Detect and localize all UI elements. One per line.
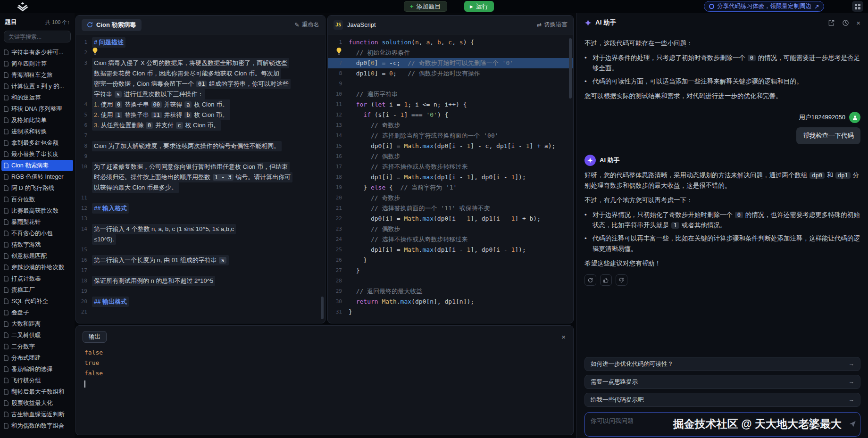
- line-number: [76, 182, 92, 193]
- document-icon: [4, 129, 8, 134]
- sidebar-item[interactable]: 阿 D 的飞行路线: [0, 182, 75, 194]
- sidebar-item[interactable]: 飞行棋分组: [0, 375, 75, 386]
- ai-conversation: 不过，这段代码可能存在一些小问题：•对于边界条件的处理，只考虑了初始时奇数步删除…: [584, 34, 860, 352]
- search-input[interactable]: [4, 31, 71, 42]
- new-chat-icon[interactable]: [828, 19, 835, 26]
- problem-line: 7: [76, 131, 325, 141]
- juejin-logo[interactable]: [17, 2, 28, 13]
- code-line-text: // 选择不操作或从奇数步转移过来: [349, 162, 467, 172]
- scrollbar-thumb[interactable]: [321, 297, 324, 319]
- ai-name: AI 助手: [600, 155, 620, 165]
- sidebar-item[interactable]: 二分数字: [0, 341, 75, 352]
- line-number: 9: [328, 79, 349, 89]
- problem-line: 20## 输出格式: [76, 297, 325, 307]
- line-number: 14: [328, 131, 349, 141]
- problem-sidebar: 题目 共 100 个 ↑ 字符串有多少种可...简单四则计算青海湖租车之旅计算位…: [0, 13, 75, 438]
- document-icon: [4, 140, 8, 146]
- sidebar-item[interactable]: 环状 DNA 序列整理: [0, 103, 75, 115]
- sidebar-item[interactable]: 最小替换子串长度: [0, 149, 75, 160]
- close-icon[interactable]: ×: [856, 19, 860, 27]
- problem-title-pill[interactable]: Cion 勒索病毒: [82, 19, 142, 31]
- sidebar-item[interactable]: RGB 色值转 Integer: [0, 171, 75, 182]
- problem-line-text: Cion 为了加大解锁难度，要求连续两次操作的编号奇偶性不能相同。: [92, 141, 282, 151]
- thumbs-up-icon[interactable]: [600, 274, 612, 286]
- sidebar-item[interactable]: 二叉树供暖: [0, 330, 75, 341]
- sidebar-item[interactable]: 和的逆运算: [0, 92, 75, 103]
- sidebar-item[interactable]: 番茄编辑的选择: [0, 364, 75, 375]
- user-message-bubble: 帮我检查一下代码: [796, 127, 860, 144]
- problem-line-text: # 问题描述: [92, 37, 125, 48]
- hint-bulb-icon[interactable]: [92, 48, 98, 55]
- sidebar-item[interactable]: 计算位置 x 到 y 的...: [0, 81, 75, 92]
- suggested-question[interactable]: 如何进一步优化代码的可读性？→: [584, 357, 860, 371]
- sidebar-item[interactable]: 穿越沙漠的补给次数: [0, 262, 75, 273]
- thumbs-down-icon[interactable]: [616, 274, 627, 286]
- ai-paragraph: 您可以根据实际的测试结果和需求，对代码进行进一步的优化和完善。: [584, 91, 860, 101]
- line-number: 11: [328, 99, 349, 110]
- problem-line: 41. 使用 0 替换子串 00 并获得 a 枚 Cion 币。: [76, 99, 325, 110]
- line-number: 7: [328, 58, 349, 68]
- sidebar-item[interactable]: 拿到最多红包金额: [0, 137, 75, 149]
- sidebar-item[interactable]: 大数和距离: [0, 318, 75, 330]
- sidebar-item[interactable]: SQL 代码补全: [0, 296, 75, 307]
- code-line-text: // 奇数步: [349, 120, 400, 131]
- add-problem-button[interactable]: + 添加题目: [404, 1, 447, 12]
- problem-markdown-editor[interactable]: 1# 问题描述23Cion 病毒入侵了 X 公司的数据库，将硬盘数据全部加密了，…: [76, 34, 325, 317]
- ai-assistant-panel: AI 助手 × 不过，这段代码可能存在一些小问题：•对于边界条件的处理，只考虑了…: [576, 13, 868, 438]
- language-name: JavaScript: [347, 21, 376, 28]
- sidebar-item[interactable]: 青海湖租车之旅: [0, 69, 75, 81]
- sidebar-item[interactable]: 进制求和转换: [0, 126, 75, 137]
- document-icon: [4, 423, 8, 429]
- share-promo-button[interactable]: 分享代码练习体验，领限量定制周边 ↗: [704, 1, 824, 12]
- sidebar-item[interactable]: 和为偶数的数字组合: [0, 420, 75, 431]
- sidebar-item[interactable]: 蛋糕工厂: [0, 284, 75, 296]
- sidebar-item[interactable]: 暴雨梨花针: [0, 216, 75, 228]
- sidebar-item[interactable]: 创意标题匹配: [0, 250, 75, 262]
- regenerate-icon[interactable]: [584, 274, 596, 286]
- line-number: 13: [76, 214, 92, 224]
- rename-button[interactable]: ✎ 重命名: [294, 21, 319, 29]
- sidebar-item[interactable]: 不再贪心的小包: [0, 228, 75, 239]
- close-icon[interactable]: ×: [561, 333, 566, 341]
- sidebar-item[interactable]: 古生物血缘远近判断: [0, 409, 75, 420]
- sort-icon[interactable]: ↑: [67, 19, 70, 25]
- sidebar-item[interactable]: 比赛最高获胜次数: [0, 205, 75, 216]
- line-number: 13: [328, 120, 349, 131]
- sidebar-item[interactable]: 字符串有多少种可...: [0, 47, 75, 58]
- sidebar-item[interactable]: 猜数字游戏: [0, 239, 75, 250]
- sidebar-item[interactable]: 及格如此简单: [0, 115, 75, 126]
- code-line: 1function solution(n, a, b, c, s) {: [328, 37, 573, 48]
- suggested-question[interactable]: 需要一点思路提示→: [584, 375, 860, 389]
- sidebar-item[interactable]: 百分位数: [0, 194, 75, 205]
- send-icon[interactable]: [848, 420, 857, 430]
- sidebar-item[interactable]: 分布式团建: [0, 352, 75, 364]
- sidebar-item[interactable]: 翻转后最大子数组和: [0, 386, 75, 397]
- apps-grid-button[interactable]: [852, 1, 863, 12]
- suggested-question[interactable]: 给我一些代码提示吧→: [584, 393, 860, 407]
- inline-code-chip: dp1: [835, 172, 851, 179]
- problem-line-text: 数据需要花费 Cion 币，因此你需要尽可能多地获取 Cion 币。每次加: [92, 68, 281, 79]
- sidebar-item-label: 比赛最高获胜次数: [11, 207, 58, 215]
- sidebar-item[interactable]: 叠盘子: [0, 307, 75, 318]
- line-number: 29: [328, 286, 349, 297]
- code-line-text: // 选择不操作或从奇数步转移过来: [349, 234, 467, 245]
- sidebar-item[interactable]: Cion 勒索病毒: [1, 160, 73, 171]
- problem-line: 2: [76, 48, 325, 58]
- inline-code-chip: 0: [735, 212, 743, 218]
- switch-language-button[interactable]: ⇄ 切换语言: [537, 21, 568, 29]
- document-icon: [4, 344, 8, 349]
- sidebar-item[interactable]: 打点计数器: [0, 273, 75, 284]
- line-number: 28: [328, 276, 349, 286]
- arrow-right-icon: →: [849, 379, 855, 385]
- hint-bulb-icon[interactable]: [328, 48, 349, 58]
- ai-message-header: AI 助手: [584, 155, 860, 166]
- inline-code-chip: 0: [748, 55, 756, 61]
- line-number: 12: [328, 110, 349, 120]
- sidebar-item[interactable]: 股票收益最大化: [0, 397, 75, 409]
- scrollbar-thumb[interactable]: [569, 38, 572, 99]
- run-button[interactable]: ▶ 运行: [464, 1, 494, 12]
- history-icon[interactable]: [842, 19, 849, 26]
- code-editor[interactable]: 1function solution(n, a, b, c, s) { // 初…: [328, 34, 573, 317]
- document-icon: [4, 95, 8, 100]
- sidebar-item[interactable]: 简单四则计算: [0, 58, 75, 69]
